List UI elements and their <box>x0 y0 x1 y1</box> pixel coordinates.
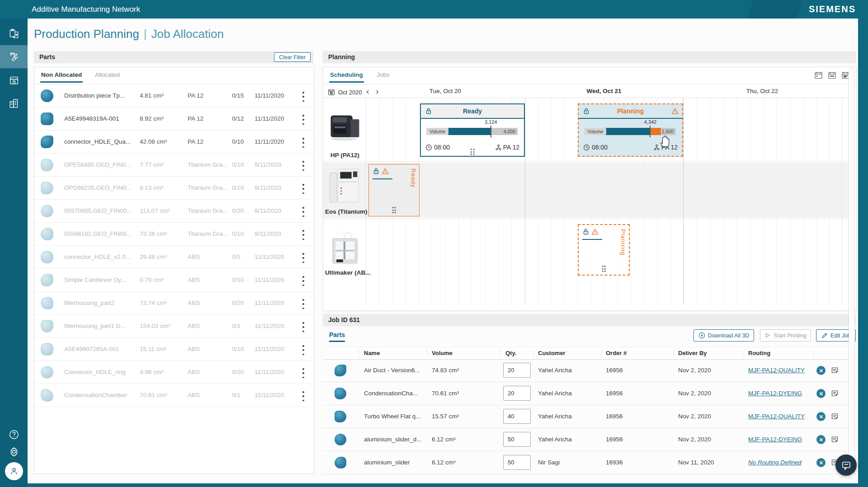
note-icon[interactable] <box>831 389 839 398</box>
tab-job-parts[interactable]: Parts <box>329 331 345 338</box>
start-time: 08:00 <box>425 144 450 151</box>
card-header: Planning <box>579 104 682 119</box>
remove-part-button[interactable] <box>816 435 826 444</box>
remove-icon <box>819 369 823 373</box>
part-list-item[interactable]: A5E49948319A-001 8.92 cm³ PA 12 0/12 11/… <box>34 108 314 131</box>
schedule-card-hp-planning[interactable]: Planning Volume 4,342 1,500 08:00 PA 1 <box>578 103 683 157</box>
top-bar: Additive Manufacturing Network SIEMENS <box>0 0 868 19</box>
note-icon[interactable] <box>831 435 839 445</box>
part-menu-kebab-icon[interactable] <box>300 137 307 149</box>
part-list-item[interactable]: 55570955.GEO_FIN00... 113.07 cm³ Titaniu… <box>34 200 314 223</box>
user-avatar[interactable] <box>5 462 23 480</box>
quantity-input[interactable] <box>503 386 531 401</box>
remove-part-button[interactable] <box>816 412 826 421</box>
machine-ultimaker[interactable]: Ultimaker (AB... <box>325 228 365 276</box>
part-menu-kebab-icon[interactable] <box>300 390 307 402</box>
quantity-input[interactable] <box>503 409 531 424</box>
sidebar-item-settings[interactable] <box>0 440 28 463</box>
part-menu-kebab-icon[interactable] <box>300 367 307 379</box>
part-menu-kebab-icon[interactable] <box>300 91 307 103</box>
part-menu-kebab-icon[interactable] <box>300 252 307 264</box>
drag-grip[interactable] <box>602 266 606 272</box>
part-list-item[interactable]: OPD86235.GEO_FIN0... 8.13 cm³ Titanium G… <box>34 177 314 200</box>
download-all-3d-button[interactable]: Download All 3D <box>693 329 754 342</box>
production-planning-icon <box>8 51 20 63</box>
part-menu-kebab-icon[interactable] <box>300 321 307 333</box>
part-list-item[interactable]: Simple Cantilever Dy... 0.70 cm³ ABS 0/1… <box>34 269 314 292</box>
drag-grip[interactable] <box>471 149 475 155</box>
part-list-item[interactable]: connector_HDLE_v2.0... 29.48 cm³ ABS 0/5… <box>34 246 314 269</box>
sidebar-item-marketplace[interactable] <box>0 69 28 92</box>
part-menu-kebab-icon[interactable] <box>300 298 307 310</box>
part-menu-kebab-icon[interactable] <box>300 275 307 287</box>
part-list-item[interactable]: CondensationChamber 70.61 cm³ ABS 0/1 11… <box>34 384 314 407</box>
part-list-item[interactable]: OPE58485.GEO_FIN0... 7.77 cm³ Titanium G… <box>34 154 314 177</box>
routing-link[interactable]: MJF-PA12-QUALITY <box>748 359 805 382</box>
chat-feedback-button[interactable] <box>835 454 857 476</box>
routing-link[interactable]: No Routing Defined <box>748 451 802 474</box>
part-list-item[interactable]: A5E49907265A-001 15.11 cm³ ABS 0/10 11/1… <box>34 338 314 361</box>
routing-link[interactable]: MJF-PA12-QUALITY <box>748 405 805 428</box>
tab-scheduling[interactable]: Scheduling <box>329 67 364 83</box>
note-icon[interactable] <box>831 412 839 421</box>
drag-grip[interactable] <box>392 207 396 213</box>
part-menu-kebab-icon[interactable] <box>300 183 307 195</box>
part-name: OPD86235.GEO_FIN0... <box>64 177 137 199</box>
part-menu-kebab-icon[interactable] <box>300 160 307 172</box>
start-printing-button[interactable]: Start Printing <box>760 329 811 342</box>
part-thumbnail <box>335 365 346 376</box>
routing-link[interactable]: MJF-PA12-DYEING <box>748 382 802 405</box>
sidebar-item-orders[interactable] <box>0 22 28 45</box>
quantity-input[interactable] <box>503 432 531 447</box>
remove-part-button[interactable] <box>816 458 826 467</box>
part-menu-kebab-icon[interactable] <box>300 344 307 356</box>
parts-tabs: Non Allocated Allocated <box>34 67 314 84</box>
machine-hp[interactable]: HP (PA12) <box>325 110 365 159</box>
part-list-item[interactable]: connector_HDLE_Qua... 42.08 cm³ PA 12 0/… <box>34 131 314 154</box>
part-list-item[interactable]: Distribution piece Tp... 4.81 cm³ PA 12 … <box>34 84 314 108</box>
tab-jobs[interactable]: Jobs <box>376 67 391 83</box>
part-volume: 70.61 cm³ <box>140 384 186 407</box>
routing-link[interactable]: MJF-PA12-DYEING <box>748 428 802 451</box>
part-material: ABS <box>188 269 230 291</box>
part-volume: 8.13 cm³ <box>140 177 186 199</box>
customer-name: Yahel Aricha <box>538 428 599 451</box>
volume-bar: Volume 3,124 4,000 <box>426 128 518 135</box>
part-list-item[interactable]: filterhousing_part2 73.74 cm³ ABS 0/20 1… <box>34 292 314 315</box>
job-part-row[interactable]: aluminium_slider 6.12 cm³ Nir Sagi 16936… <box>323 451 856 474</box>
tab-allocated[interactable]: Allocated <box>94 67 121 83</box>
schedule-card-ultimaker-planning[interactable]: Planning <box>578 224 630 276</box>
job-part-row[interactable]: Turbo Wheel Flat q... 15.57 cm³ Yahel Ar… <box>323 405 856 428</box>
remove-part-button[interactable] <box>816 366 826 375</box>
part-list-item[interactable]: filterhousing_part1 D... 154.03 cm³ ABS … <box>34 315 314 338</box>
part-material: ABS <box>188 384 230 407</box>
part-thumbnail <box>41 343 53 356</box>
remove-part-button[interactable] <box>816 389 826 398</box>
part-list-item[interactable]: Connector_HDLE_ring 4.96 cm³ ABS 0/20 11… <box>34 361 314 384</box>
part-list-item[interactable]: 55566182.GEO_FIN00... 73.38 cm³ Titanium… <box>34 223 314 246</box>
sidebar-item-production-planning[interactable] <box>0 45 28 68</box>
note-icon[interactable] <box>831 366 839 375</box>
machine-eos[interactable]: Eos (Titanium) <box>325 167 365 215</box>
part-menu-kebab-icon[interactable] <box>300 114 307 126</box>
quantity-input[interactable] <box>503 455 531 470</box>
part-thumbnail <box>41 366 53 379</box>
week-view-calendar-icon[interactable] <box>828 71 836 80</box>
part-due-date: 9/11/2020 <box>255 177 297 199</box>
schedule-card-hp-ready[interactable]: Ready Volume 3,124 4,000 08:00 PA 12 <box>420 103 525 157</box>
part-volume: 0.70 cm³ <box>140 269 186 291</box>
tab-non-allocated[interactable]: Non Allocated <box>40 67 83 83</box>
day-view-calendar-icon[interactable] <box>814 71 823 80</box>
schedule-card-eos-ready[interactable]: Ready <box>368 164 420 216</box>
quantity-input[interactable] <box>503 363 531 378</box>
row-divider <box>323 161 848 162</box>
clear-filter-button[interactable]: Clear Filter <box>274 52 311 62</box>
part-menu-kebab-icon[interactable] <box>300 229 307 241</box>
job-part-row[interactable]: aluminium_slider_d... 6.12 cm³ Yahel Ari… <box>323 428 856 451</box>
volume-marker <box>491 126 491 137</box>
job-part-row[interactable]: CondensationCha... 70.61 cm³ Yahel Arich… <box>323 382 856 405</box>
job-part-row[interactable]: Air Duct - Version6... 74.83 cm³ Yahel A… <box>323 359 856 382</box>
vertical-scrollbar[interactable] <box>849 68 855 479</box>
sidebar-item-facilities[interactable] <box>0 92 28 115</box>
part-menu-kebab-icon[interactable] <box>300 206 307 218</box>
